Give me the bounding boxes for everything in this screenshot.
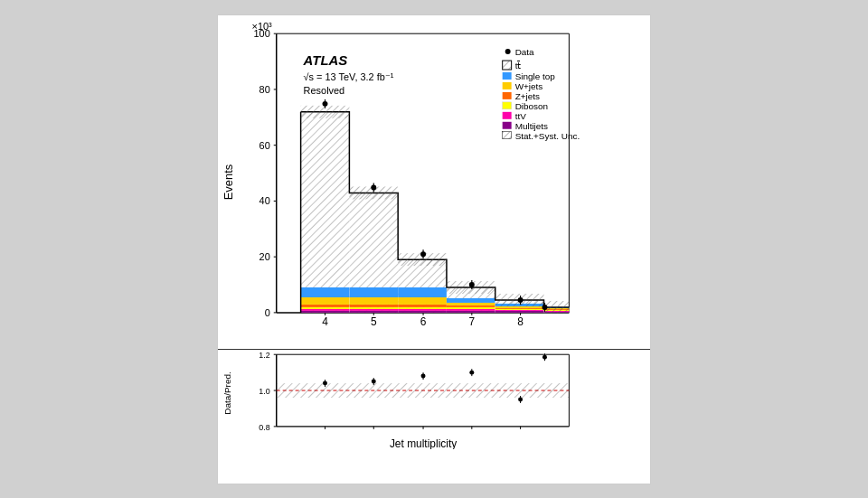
atlas-label: ATLAS <box>303 52 348 68</box>
svg-rect-104 <box>503 131 512 138</box>
svg-text:7: 7 <box>469 315 476 327</box>
svg-text:100: 100 <box>254 28 270 39</box>
svg-rect-41 <box>349 304 398 306</box>
svg-rect-82 <box>543 300 569 313</box>
chart-container: Events ×10³ 0 20 40 60 80 100 4 5 <box>217 14 651 484</box>
svg-rect-38 <box>349 310 398 312</box>
legend-wjets: W+jets <box>515 80 543 90</box>
svg-rect-47 <box>398 308 447 310</box>
svg-rect-40 <box>349 306 398 308</box>
svg-rect-59 <box>447 297 495 302</box>
main-plot: Events ×10³ 0 20 40 60 80 100 4 5 <box>218 15 650 350</box>
svg-text:4: 4 <box>322 315 328 327</box>
svg-rect-32 <box>301 306 350 308</box>
svg-point-88 <box>420 251 426 257</box>
svg-rect-30 <box>301 310 350 312</box>
svg-point-90 <box>469 282 475 287</box>
svg-point-94 <box>542 304 548 309</box>
legend-data: Data <box>515 47 534 57</box>
svg-rect-101 <box>503 101 512 108</box>
svg-rect-66 <box>495 305 544 307</box>
svg-rect-42 <box>349 296 398 304</box>
svg-text:80: 80 <box>259 83 270 94</box>
svg-rect-50 <box>398 296 447 304</box>
legend-unc: Stat.+Syst. Unc. <box>515 130 580 140</box>
svg-rect-57 <box>447 305 495 306</box>
svg-rect-102 <box>503 111 512 118</box>
svg-point-86 <box>371 184 376 190</box>
x-axis-label: Jet multiplicity <box>390 437 457 448</box>
svg-text:6: 6 <box>420 315 427 327</box>
svg-rect-98 <box>503 72 512 80</box>
legend-multijets: Multijets <box>515 120 548 130</box>
svg-rect-58 <box>447 302 495 305</box>
y-axis-label: Events <box>222 164 235 200</box>
svg-text:0.8: 0.8 <box>259 422 269 431</box>
svg-rect-48 <box>398 306 447 308</box>
legend-tt: tt̄ <box>515 61 522 70</box>
svg-text:40: 40 <box>259 195 270 206</box>
svg-rect-63 <box>495 309 544 310</box>
svg-text:1.2: 1.2 <box>259 351 269 360</box>
sqrt-s-label: √s = 13 TeV, 3.2 fb⁻¹ <box>304 70 394 81</box>
svg-rect-54 <box>447 310 495 312</box>
svg-point-95 <box>505 49 511 54</box>
svg-text:1.0: 1.0 <box>259 387 269 396</box>
svg-rect-55 <box>447 308 495 310</box>
resolved-label: Resolved <box>304 84 345 95</box>
svg-text:0: 0 <box>265 306 270 317</box>
svg-rect-117 <box>277 383 570 398</box>
svg-rect-29 <box>301 111 350 312</box>
svg-rect-65 <box>495 307 544 308</box>
svg-rect-62 <box>495 310 544 312</box>
svg-rect-97 <box>503 61 512 70</box>
svg-rect-56 <box>447 306 495 308</box>
legend-single-top: Single top <box>515 70 556 80</box>
svg-rect-64 <box>495 308 544 309</box>
svg-rect-99 <box>503 81 512 89</box>
svg-text:8: 8 <box>517 315 524 327</box>
svg-rect-31 <box>301 308 350 310</box>
svg-rect-33 <box>301 304 350 306</box>
svg-rect-49 <box>398 304 447 306</box>
svg-text:20: 20 <box>259 251 270 262</box>
svg-point-84 <box>323 100 328 106</box>
legend-ttv: ttV <box>515 110 527 120</box>
legend-diboson: Diboson <box>515 100 548 110</box>
svg-rect-34 <box>301 296 350 304</box>
ratio-plot: Data/Pred. 0.8 1.0 1.2 <box>218 350 650 449</box>
legend-zjets: Z+jets <box>515 90 540 100</box>
svg-rect-103 <box>503 121 512 128</box>
svg-text:60: 60 <box>259 139 270 150</box>
svg-point-92 <box>518 296 524 302</box>
svg-rect-46 <box>398 310 447 312</box>
ratio-y-label: Data/Pred. <box>222 371 232 415</box>
svg-rect-39 <box>349 308 398 310</box>
svg-rect-51 <box>398 287 447 297</box>
svg-rect-43 <box>349 287 398 297</box>
svg-rect-100 <box>503 91 512 99</box>
svg-text:5: 5 <box>371 315 377 327</box>
svg-rect-35 <box>301 287 350 297</box>
